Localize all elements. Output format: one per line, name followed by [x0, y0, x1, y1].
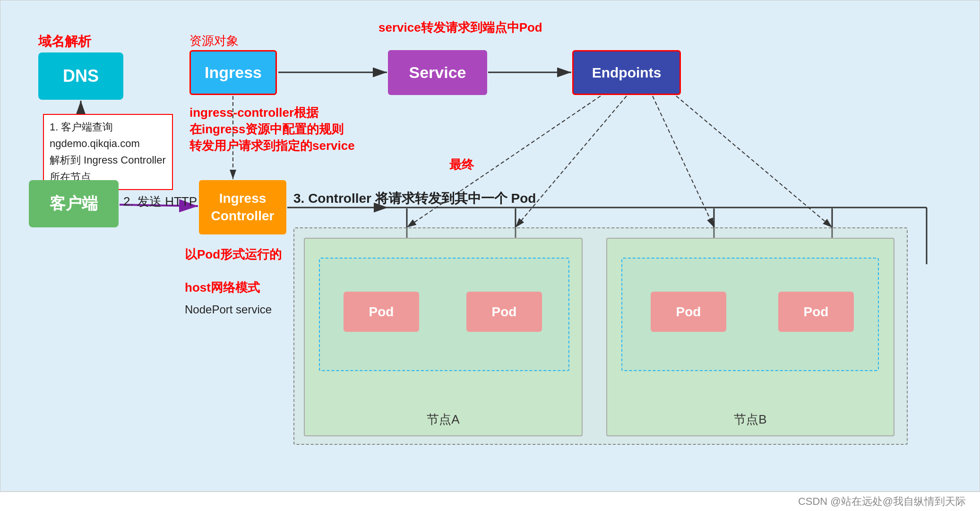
- dns-box: DNS: [38, 52, 123, 100]
- pod-b2: Pod: [778, 292, 854, 332]
- ingress-box: Ingress: [189, 50, 277, 95]
- node-b: Pod Pod 节点B: [606, 238, 894, 436]
- controller-forward-label: 3. Controller 将请求转发到其中一个 Pod: [293, 190, 536, 208]
- dns-query-box: 1. 客户端查询 ngdemo.qikqia.com 解析到 Ingress C…: [43, 114, 173, 190]
- node-a: Pod Pod 节点A: [304, 238, 583, 436]
- pod-group-b: Pod Pod: [621, 258, 879, 371]
- finally-label: 最终: [449, 156, 474, 173]
- svg-line-10: [653, 96, 714, 227]
- pod-a2: Pod: [466, 292, 542, 332]
- main-diagram: 域名解析 DNS 1. 客户端查询 ngdemo.qikqia.com 解析到 …: [0, 0, 980, 492]
- service-box: Service: [388, 50, 487, 95]
- pod-group-a: Pod Pod: [319, 258, 569, 371]
- footer-text: CSDN @站在远处@我自纵情到天际: [798, 494, 966, 509]
- node-a-label: 节点A: [427, 411, 459, 428]
- ingress-controller-label: IngressController: [211, 190, 275, 225]
- endpoints-box: Endpoints: [572, 50, 681, 95]
- svg-line-8: [407, 96, 601, 227]
- host-network: host网络模式: [185, 279, 260, 296]
- nodes-container: Pod Pod 节点A Pod Pod 节点B: [293, 227, 908, 445]
- svg-line-9: [516, 96, 627, 227]
- pod-run-mode: 以Pod形式运行的: [185, 246, 282, 263]
- pod-a1: Pod: [344, 292, 419, 332]
- node-b-label: 节点B: [734, 411, 766, 428]
- ingress-rule-desc: ingress-controller根据 在ingress资源中配置的规则 转发…: [189, 104, 355, 154]
- client-box: 客户端: [29, 180, 119, 227]
- pod-b1: Pod: [651, 292, 726, 332]
- ingress-controller-box: IngressController: [199, 180, 286, 234]
- dns-label: 域名解析: [38, 33, 91, 51]
- resource-label: 资源对象: [189, 33, 239, 49]
- service-transfer-title: service转发请求到端点中Pod: [378, 19, 542, 36]
- nodeport-service: NodePort service: [185, 303, 272, 316]
- footer-bar: CSDN @站在远处@我自纵情到天际: [0, 492, 980, 511]
- svg-line-11: [676, 96, 832, 227]
